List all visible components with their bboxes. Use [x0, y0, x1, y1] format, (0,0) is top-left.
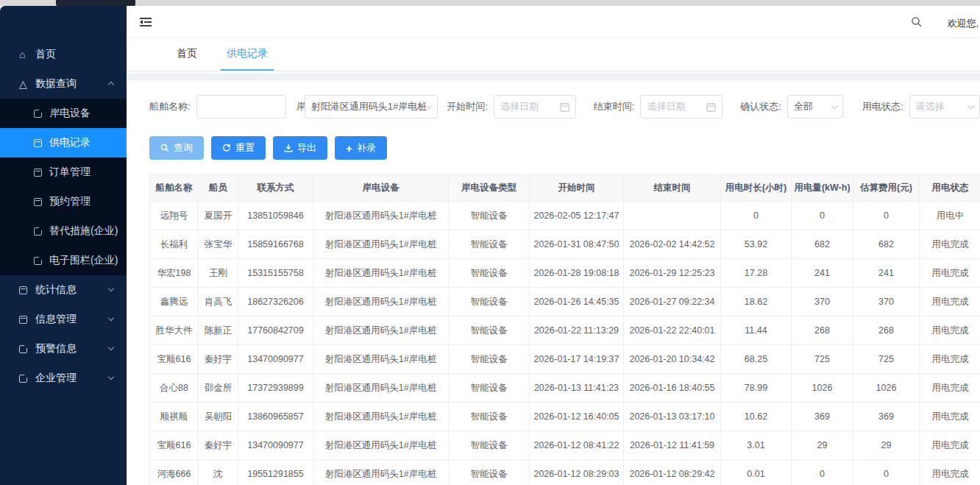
- table-cell: 射阳港区通用码头1#岸电桩: [313, 316, 449, 345]
- sidebar: ⌂ 首页 △ 数据查询 岸电设备 供电记录 订单管理 预约管理 替代措施(企业): [0, 6, 127, 485]
- chevron-down-icon: [108, 374, 114, 380]
- table-cell: 268: [792, 316, 853, 345]
- table-cell: 用电完成: [920, 316, 980, 345]
- sidebar-subitem-alternative-measures[interactable]: 替代措施(企业): [0, 216, 127, 246]
- sidebar-subitem-shore-power-device[interactable]: 岸电设备: [0, 99, 127, 128]
- document-icon: [34, 110, 42, 118]
- table-cell: 15859166768: [238, 230, 313, 259]
- query-button[interactable]: 查询: [149, 136, 204, 160]
- table-cell: 智能设备: [449, 230, 530, 259]
- shore-device-select[interactable]: 射阳港区通用码头1#岸电桩: [305, 95, 438, 118]
- filter-row: 船舶名称: 岸电设备: 射阳港区通用码头1#岸电桩 开始时间: 选择日期 结束时…: [149, 95, 980, 118]
- calendar-icon: [34, 139, 42, 147]
- table-cell: 用电完成: [920, 460, 980, 485]
- table-cell: 2026-01-27 09:22:34: [624, 288, 721, 316]
- start-date-input[interactable]: 选择日期: [494, 95, 576, 118]
- chevron-down-icon: [831, 102, 837, 108]
- table-cell: 射阳港区通用码头1#岸电桩: [313, 230, 449, 259]
- table-cell: 射阳港区通用码头1#岸电桩: [313, 345, 449, 374]
- table-cell: 11.44: [721, 316, 792, 345]
- table-cell: 369: [853, 403, 920, 431]
- table-cell: 邵金所: [199, 374, 238, 403]
- sidebar-subitem-power-supply-records[interactable]: 供电记录: [0, 128, 127, 157]
- table-cell: 长福利: [150, 230, 199, 259]
- table-cell: 682: [792, 230, 853, 259]
- sidebar-subitem-order-management[interactable]: 订单管理: [0, 157, 127, 187]
- ship-name-input[interactable]: [196, 95, 286, 118]
- table-cell: 2026-01-22 22:40:01: [624, 316, 721, 345]
- table-cell: 2026-02-02 14:42:52: [624, 230, 721, 259]
- column-header: 岸电设备类型: [449, 175, 530, 202]
- table-row: 胜华大件陈新正17760842709射阳港区通用码头1#岸电桩智能设备2026-…: [150, 316, 980, 345]
- column-header: 开始时间: [530, 175, 624, 202]
- table-cell: 2026-01-17 14:19:37: [530, 345, 624, 374]
- table-cell: 2026-01-12 16:40:05: [530, 403, 624, 431]
- table-cell: 用电完成: [920, 431, 980, 460]
- search-icon[interactable]: [911, 16, 923, 31]
- sidebar-group-information-management[interactable]: 信息管理: [0, 305, 127, 334]
- table-cell: 2026-01-28 19:08:18: [530, 259, 624, 288]
- export-button[interactable]: 导出: [273, 136, 327, 160]
- table-row: 合心88邵金所17372939899射阳港区通用码头1#岸电桩智能设备2026-…: [150, 374, 980, 403]
- table-cell: 2026-01-12 08:29:03: [530, 460, 624, 485]
- table-cell: 13851059846: [238, 202, 313, 230]
- power-status-label: 用电状态:: [862, 100, 903, 113]
- table-cell: 用电完成: [920, 288, 980, 316]
- calendar-icon: [34, 169, 42, 177]
- calendar-icon: [34, 198, 42, 206]
- table-cell: [624, 202, 721, 230]
- sidebar-item-home[interactable]: ⌂ 首页: [0, 40, 127, 69]
- reset-button[interactable]: 重置: [211, 136, 266, 160]
- table-cell: 2026-01-16 18:40:55: [624, 374, 721, 403]
- confirm-status-label: 确认状态:: [740, 100, 781, 113]
- table-cell: 0.01: [721, 460, 792, 485]
- sidebar-subitem-reservation-management[interactable]: 预约管理: [0, 187, 127, 216]
- calendar-icon: [560, 102, 569, 112]
- table-cell: 用电完成: [920, 259, 980, 288]
- plus-icon: +: [346, 143, 352, 154]
- content-card: 船舶名称: 岸电设备: 射阳港区通用码头1#岸电桩 开始时间: 选择日期 结束时…: [127, 80, 980, 485]
- refresh-icon: [222, 144, 231, 152]
- sidebar-group-statistics[interactable]: 统计信息: [0, 275, 127, 305]
- table-cell: 3.01: [721, 431, 792, 460]
- table-cell: 宝顺616: [150, 345, 199, 374]
- table-cell: 15315155758: [238, 259, 313, 288]
- table-row: 鑫腾远肖高飞18627326206射阳港区通用码头1#岸电桩智能设备2026-0…: [150, 288, 980, 316]
- table-cell: 2026-01-13 11:41:23: [530, 374, 624, 403]
- document-icon: [19, 375, 27, 383]
- table-cell: 2026-02-05 12:17:47: [530, 202, 624, 230]
- welcome-text: 欢迎您,: [947, 17, 979, 30]
- data-query-submenu: 岸电设备 供电记录 订单管理 预约管理 替代措施(企业) 电子围栏(企业): [0, 99, 127, 275]
- menu-fold-icon[interactable]: [138, 15, 153, 32]
- window-top-strip: [0, 0, 980, 6]
- end-date-input[interactable]: 选择日期: [640, 95, 722, 118]
- table-cell: 智能设备: [449, 374, 530, 403]
- table-cell: 用电完成: [920, 374, 980, 403]
- table-cell: 智能设备: [449, 403, 530, 431]
- table-cell: 秦好宇: [199, 431, 238, 460]
- sidebar-group-data-query[interactable]: △ 数据查询: [0, 69, 127, 99]
- chevron-down-icon: [968, 102, 974, 108]
- sidebar-group-enterprise-management[interactable]: 企业管理: [0, 364, 127, 393]
- column-header: 用电状态: [920, 175, 980, 202]
- table-cell: 2026-01-26 14:45:35: [530, 288, 624, 316]
- power-status-select[interactable]: 请选择: [909, 95, 980, 118]
- table-row: 宝顺616秦好宇13470090977射阳港区通用码头1#岸电桩智能设备2026…: [150, 431, 980, 460]
- browser-tab-remnant: [56, 0, 135, 6]
- sidebar-subitem-electronic-fence[interactable]: 电子围栏(企业): [0, 246, 127, 275]
- sidebar-group-warning-info[interactable]: 预警信息: [0, 334, 127, 364]
- chevron-down-icon: [108, 315, 114, 321]
- column-header: 用电量(kW-h): [792, 175, 853, 202]
- calendar-icon: [19, 316, 27, 324]
- tab-home[interactable]: 首页: [171, 38, 203, 71]
- supplement-button[interactable]: + 补录: [335, 136, 387, 160]
- records-table: 船舶名称船员联系方式岸电设备岸电设备类型开始时间结束时间用电时长(小时)用电量(…: [149, 174, 980, 485]
- tab-power-supply-records[interactable]: 供电记录: [221, 38, 274, 71]
- confirm-status-select[interactable]: 全部: [787, 95, 843, 118]
- table-cell: 1026: [853, 374, 920, 403]
- top-header: 欢迎您,: [127, 6, 980, 38]
- table-cell: 射阳港区通用码头1#岸电桩: [313, 259, 449, 288]
- main-area: 欢迎您, 首页 供电记录 船舶名称: 岸电设备: 射阳港区通用码头1#岸电桩 开…: [127, 6, 980, 485]
- table-row: 长福利张宝华15859166768射阳港区通用码头1#岸电桩智能设备2026-0…: [150, 230, 980, 259]
- table-cell: 河海666: [150, 460, 199, 485]
